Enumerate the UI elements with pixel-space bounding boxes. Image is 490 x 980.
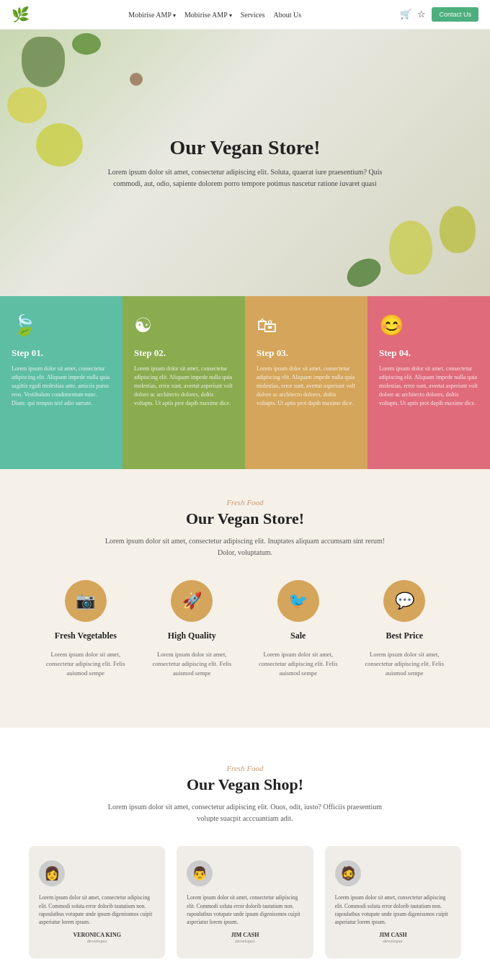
hero-section: Our Vegan Store! Lorem ipsum dolor sit a… xyxy=(0,30,490,296)
hero-content: Our Vegan Store! Lorem ipsum dolor sit a… xyxy=(79,122,411,204)
feature-3-label: Sale xyxy=(290,631,306,641)
step-2-title: Step 02. xyxy=(134,347,233,359)
step-1-text: Lorem ipsum dolor sit amet, consectetur … xyxy=(12,365,111,408)
testimonial-3-name: JIM CASH xyxy=(335,932,451,938)
testimonial-1: 👩 Lorem ipsum dolor sit amet, consectetu… xyxy=(29,846,165,958)
feature-4-icon: 💬 xyxy=(383,580,425,622)
navbar: 🌿 Mobirise AMP Mobirise AMP Services Abo… xyxy=(0,0,490,30)
testimonial-2: 👨 Lorem ipsum dolor sit amet, consectetu… xyxy=(177,846,313,958)
testimonial-2-name: JIM CASH xyxy=(187,932,303,938)
nav-link-mobirise1[interactable]: Mobirise AMP xyxy=(128,11,176,19)
fresh-section: Fresh Food Our Vegan Store! Lorem ipsum … xyxy=(0,469,490,728)
step-1: 🍃 Step 01. Lorem ipsum dolor sit amet, c… xyxy=(0,296,122,469)
logo[interactable]: 🌿 xyxy=(12,6,30,23)
testimonial-3: 🧔 Lorem ipsum dolor sit amet, consectetu… xyxy=(325,846,461,958)
nav-link-about[interactable]: About Us xyxy=(274,11,302,19)
testimonial-1-name: VERONICA KING xyxy=(39,932,155,938)
feature-1-label: Fresh Vegetables xyxy=(55,631,117,641)
nav-links: Mobirise AMP Mobirise AMP Services About… xyxy=(128,11,301,19)
step-2: ☯ Step 02. Lorem ipsum dolor sit amet, c… xyxy=(122,296,245,469)
testimonial-2-role: developer xyxy=(187,938,303,944)
feature-2-icon: 🚀 xyxy=(171,580,213,622)
feature-3-icon: 🐦 xyxy=(277,580,319,622)
step-2-icon: ☯ xyxy=(134,313,233,337)
lemon1-deco xyxy=(7,87,47,123)
hero-description: Lorem ipsum dolor sit amet, consectetur … xyxy=(94,166,396,190)
step-3-title: Step 03. xyxy=(257,347,356,359)
testimonial-2-text: Lorem ipsum dolor sit amet, consectetur … xyxy=(187,894,303,926)
step-1-title: Step 01. xyxy=(12,347,111,359)
fresh-desc: Lorem ipsum dolor sit amet, consectetur … xyxy=(101,535,389,558)
avatar-1: 👩 xyxy=(39,860,65,886)
step-3: 🛍 Step 03. Lorem ipsum dolor sit amet, c… xyxy=(245,296,368,469)
shop-subtitle: Fresh Food xyxy=(29,764,461,772)
leaf1-deco xyxy=(342,253,386,293)
step-4: 😊 Step 04. Lorem ipsum dolor sit amet, c… xyxy=(368,296,490,469)
testimonial-3-text: Lorem ipsum dolor sit amet, consectetur … xyxy=(335,894,451,926)
testimonial-1-text: Lorem ipsum dolor sit amet, consectetur … xyxy=(39,894,155,926)
navbar-icons: 🛒 ☆ Contact Us xyxy=(400,7,478,22)
feature-4-label: Best Price xyxy=(386,631,423,641)
testimonials-grid: 👩 Lorem ipsum dolor sit amet, consectetu… xyxy=(29,846,461,958)
step-3-icon: 🛍 xyxy=(257,313,356,337)
feature-2-label: High Quality xyxy=(168,631,216,641)
testimonial-1-role: developer xyxy=(39,938,155,944)
pear2-deco xyxy=(440,206,476,253)
feature-1-icon: 📷 xyxy=(65,580,107,622)
lemon2-deco xyxy=(36,123,83,166)
shop-desc: Lorem ipsum dolor sit amet, consectetur … xyxy=(101,801,389,824)
step-4-title: Step 04. xyxy=(379,347,478,359)
artichoke-deco xyxy=(22,37,65,87)
nav-link-services[interactable]: Services xyxy=(241,11,265,19)
hero-title: Our Vegan Store! xyxy=(94,136,396,159)
avatar-3: 🧔 xyxy=(335,860,361,886)
step-2-text: Lorem ipsum dolor sit amet, consectetur … xyxy=(134,365,233,408)
feature-3: 🐦 Sale Lorem ipsum dolor sit amet, conse… xyxy=(256,580,341,677)
nav-link-mobirise2[interactable]: Mobirise AMP xyxy=(184,11,232,19)
step-1-icon: 🍃 xyxy=(12,313,111,337)
feature-2-desc: Lorem ipsum dolor sit amet, consectetur … xyxy=(150,650,235,677)
feature-1: 📷 Fresh Vegetables Lorem ipsum dolor sit… xyxy=(43,580,128,677)
testimonial-3-role: developer xyxy=(335,938,451,944)
feature-4: 💬 Best Price Lorem ipsum dolor sit amet,… xyxy=(362,580,447,677)
steps-section: 🍃 Step 01. Lorem ipsum dolor sit amet, c… xyxy=(0,296,490,469)
step-4-icon: 😊 xyxy=(379,313,478,337)
star-icon[interactable]: ☆ xyxy=(417,9,426,20)
feature-2: 🚀 High Quality Lorem ipsum dolor sit ame… xyxy=(150,580,235,677)
feature-4-desc: Lorem ipsum dolor sit amet, consectetur … xyxy=(362,650,447,677)
step-3-text: Lorem ipsum dolor sit amet, consectetur … xyxy=(257,365,356,408)
cart-icon[interactable]: 🛒 xyxy=(400,9,411,20)
feature-1-desc: Lorem ipsum dolor sit amet, consectetur … xyxy=(43,650,128,677)
shop-section: Fresh Food Our Vegan Shop! Lorem ipsum d… xyxy=(0,728,490,980)
contact-button[interactable]: Contact Us xyxy=(432,7,478,22)
fresh-title: Our Vegan Store! xyxy=(43,509,447,528)
feature-3-desc: Lorem ipsum dolor sit amet, consectetur … xyxy=(256,650,341,677)
logo-icon: 🌿 xyxy=(12,6,30,23)
pear1-deco xyxy=(389,220,432,275)
step-4-text: Lorem ipsum dolor sit amet, consectetur … xyxy=(379,365,478,408)
fresh-subtitle: Fresh Food xyxy=(43,498,447,507)
shop-title: Our Vegan Shop! xyxy=(29,775,461,794)
avatar-2: 👨 xyxy=(187,860,213,886)
nut1-deco xyxy=(130,73,143,86)
herb1-deco xyxy=(72,33,101,55)
features-grid: 📷 Fresh Vegetables Lorem ipsum dolor sit… xyxy=(43,580,447,677)
